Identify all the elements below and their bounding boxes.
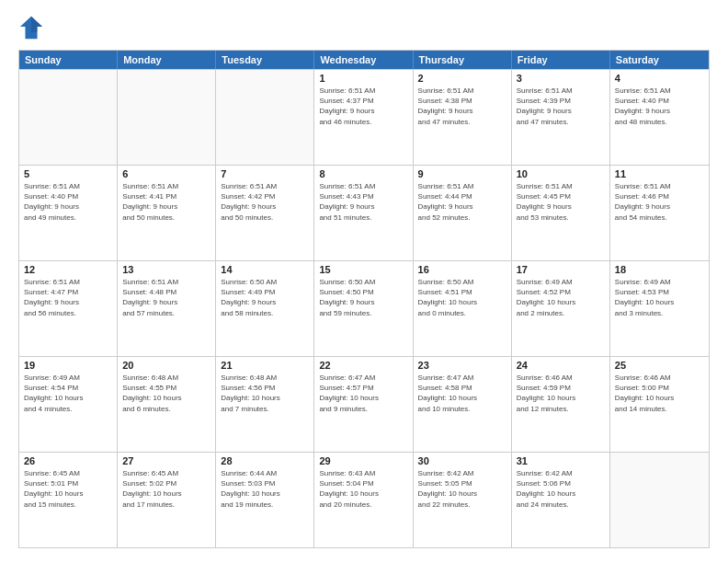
calendar-cell: [118, 70, 216, 165]
calendar-cell: 13Sunrise: 6:51 AM Sunset: 4:48 PM Dayli…: [118, 261, 216, 356]
day-info: Sunrise: 6:51 AM Sunset: 4:41 PM Dayligh…: [122, 181, 210, 223]
page: SundayMondayTuesdayWednesdayThursdayFrid…: [0, 0, 728, 563]
day-info: Sunrise: 6:49 AM Sunset: 4:52 PM Dayligh…: [517, 277, 605, 318]
day-info: Sunrise: 6:51 AM Sunset: 4:40 PM Dayligh…: [24, 181, 112, 223]
calendar-body: 1Sunrise: 6:51 AM Sunset: 4:37 PM Daylig…: [19, 69, 709, 547]
calendar-cell: 14Sunrise: 6:50 AM Sunset: 4:49 PM Dayli…: [216, 261, 314, 356]
day-info: Sunrise: 6:43 AM Sunset: 5:04 PM Dayligh…: [319, 468, 407, 510]
day-info: Sunrise: 6:47 AM Sunset: 4:57 PM Dayligh…: [319, 373, 407, 414]
calendar-cell: 16Sunrise: 6:50 AM Sunset: 4:51 PM Dayli…: [414, 261, 512, 356]
calendar-cell: 10Sunrise: 6:51 AM Sunset: 4:45 PM Dayli…: [512, 166, 610, 260]
day-number: 12: [24, 264, 112, 275]
calendar-row: 1Sunrise: 6:51 AM Sunset: 4:37 PM Daylig…: [19, 69, 709, 165]
calendar-cell: 31Sunrise: 6:42 AM Sunset: 5:06 PM Dayli…: [512, 453, 610, 547]
day-info: Sunrise: 6:51 AM Sunset: 4:38 PM Dayligh…: [418, 86, 506, 127]
calendar-row: 5Sunrise: 6:51 AM Sunset: 4:40 PM Daylig…: [19, 165, 709, 260]
calendar-cell: [19, 70, 118, 165]
calendar-row: 19Sunrise: 6:49 AM Sunset: 4:54 PM Dayli…: [19, 356, 709, 452]
calendar-cell: 30Sunrise: 6:42 AM Sunset: 5:05 PM Dayli…: [414, 453, 512, 547]
logo: [18, 15, 48, 40]
day-number: 7: [221, 168, 309, 179]
day-number: 10: [517, 168, 605, 179]
calendar-cell: 9Sunrise: 6:51 AM Sunset: 4:44 PM Daylig…: [414, 166, 512, 260]
day-info: Sunrise: 6:50 AM Sunset: 4:49 PM Dayligh…: [221, 277, 309, 318]
calendar-cell: 25Sunrise: 6:46 AM Sunset: 5:00 PM Dayli…: [610, 357, 709, 452]
weekday-header: Tuesday: [216, 51, 314, 69]
calendar-cell: 26Sunrise: 6:45 AM Sunset: 5:01 PM Dayli…: [19, 453, 118, 547]
calendar-cell: 21Sunrise: 6:48 AM Sunset: 4:56 PM Dayli…: [216, 357, 314, 452]
day-info: Sunrise: 6:51 AM Sunset: 4:47 PM Dayligh…: [24, 277, 112, 318]
calendar-cell: 11Sunrise: 6:51 AM Sunset: 4:46 PM Dayli…: [610, 166, 709, 260]
calendar-cell: 2Sunrise: 6:51 AM Sunset: 4:38 PM Daylig…: [414, 70, 512, 165]
weekday-header: Sunday: [19, 51, 118, 69]
day-number: 18: [615, 264, 704, 275]
calendar-cell: [610, 453, 709, 547]
day-number: 15: [319, 264, 407, 275]
calendar-cell: [216, 70, 314, 165]
calendar-cell: 29Sunrise: 6:43 AM Sunset: 5:04 PM Dayli…: [314, 453, 413, 547]
day-number: 3: [517, 73, 605, 84]
day-number: 28: [221, 455, 309, 466]
calendar-cell: 1Sunrise: 6:51 AM Sunset: 4:37 PM Daylig…: [314, 70, 413, 165]
day-info: Sunrise: 6:44 AM Sunset: 5:03 PM Dayligh…: [221, 468, 309, 510]
day-info: Sunrise: 6:42 AM Sunset: 5:06 PM Dayligh…: [517, 468, 605, 510]
day-info: Sunrise: 6:46 AM Sunset: 4:59 PM Dayligh…: [517, 373, 605, 414]
day-number: 19: [24, 360, 112, 371]
day-info: Sunrise: 6:49 AM Sunset: 4:53 PM Dayligh…: [615, 277, 704, 318]
day-number: 9: [418, 168, 506, 179]
weekday-header: Saturday: [610, 51, 709, 69]
day-info: Sunrise: 6:45 AM Sunset: 5:02 PM Dayligh…: [122, 468, 210, 510]
day-number: 23: [418, 360, 506, 371]
weekday-header: Wednesday: [314, 51, 413, 69]
calendar-cell: 28Sunrise: 6:44 AM Sunset: 5:03 PM Dayli…: [216, 453, 314, 547]
day-number: 8: [319, 168, 407, 179]
day-info: Sunrise: 6:46 AM Sunset: 5:00 PM Dayligh…: [615, 373, 704, 414]
svg-marker-1: [31, 17, 42, 32]
day-number: 17: [517, 264, 605, 275]
header: [18, 15, 710, 40]
day-number: 29: [319, 455, 407, 466]
day-info: Sunrise: 6:48 AM Sunset: 4:55 PM Dayligh…: [122, 373, 210, 414]
calendar-cell: 8Sunrise: 6:51 AM Sunset: 4:43 PM Daylig…: [314, 166, 413, 260]
calendar-cell: 12Sunrise: 6:51 AM Sunset: 4:47 PM Dayli…: [19, 261, 118, 356]
day-number: 2: [418, 73, 506, 84]
day-info: Sunrise: 6:50 AM Sunset: 4:51 PM Dayligh…: [418, 277, 506, 318]
day-number: 25: [615, 360, 704, 371]
calendar-cell: 17Sunrise: 6:49 AM Sunset: 4:52 PM Dayli…: [512, 261, 610, 356]
calendar-cell: 7Sunrise: 6:51 AM Sunset: 4:42 PM Daylig…: [216, 166, 314, 260]
calendar-cell: 22Sunrise: 6:47 AM Sunset: 4:57 PM Dayli…: [314, 357, 413, 452]
calendar-cell: 23Sunrise: 6:47 AM Sunset: 4:58 PM Dayli…: [414, 357, 512, 452]
day-number: 5: [24, 168, 112, 179]
day-number: 27: [122, 455, 210, 466]
calendar-header: SundayMondayTuesdayWednesdayThursdayFrid…: [19, 51, 709, 69]
calendar-cell: 27Sunrise: 6:45 AM Sunset: 5:02 PM Dayli…: [118, 453, 216, 547]
day-info: Sunrise: 6:51 AM Sunset: 4:37 PM Dayligh…: [319, 86, 407, 127]
calendar-row: 12Sunrise: 6:51 AM Sunset: 4:47 PM Dayli…: [19, 260, 709, 356]
day-number: 22: [319, 360, 407, 371]
weekday-header: Thursday: [414, 51, 512, 69]
calendar-cell: 15Sunrise: 6:50 AM Sunset: 4:50 PM Dayli…: [314, 261, 413, 356]
day-info: Sunrise: 6:50 AM Sunset: 4:50 PM Dayligh…: [319, 277, 407, 318]
day-info: Sunrise: 6:51 AM Sunset: 4:44 PM Dayligh…: [418, 181, 506, 223]
day-number: 1: [319, 73, 407, 84]
day-info: Sunrise: 6:47 AM Sunset: 4:58 PM Dayligh…: [418, 373, 506, 414]
calendar-row: 26Sunrise: 6:45 AM Sunset: 5:01 PM Dayli…: [19, 452, 709, 547]
day-number: 26: [24, 455, 112, 466]
day-number: 11: [615, 168, 704, 179]
day-info: Sunrise: 6:51 AM Sunset: 4:48 PM Dayligh…: [122, 277, 210, 318]
weekday-header: Friday: [512, 51, 610, 69]
day-info: Sunrise: 6:48 AM Sunset: 4:56 PM Dayligh…: [221, 373, 309, 414]
calendar: SundayMondayTuesdayWednesdayThursdayFrid…: [18, 50, 710, 548]
day-number: 21: [221, 360, 309, 371]
day-number: 6: [122, 168, 210, 179]
day-info: Sunrise: 6:51 AM Sunset: 4:43 PM Dayligh…: [319, 181, 407, 223]
day-info: Sunrise: 6:51 AM Sunset: 4:46 PM Dayligh…: [615, 181, 704, 223]
weekday-header: Monday: [118, 51, 216, 69]
day-number: 30: [418, 455, 506, 466]
day-number: 4: [615, 73, 704, 84]
day-info: Sunrise: 6:42 AM Sunset: 5:05 PM Dayligh…: [418, 468, 506, 510]
calendar-cell: 24Sunrise: 6:46 AM Sunset: 4:59 PM Dayli…: [512, 357, 610, 452]
day-info: Sunrise: 6:51 AM Sunset: 4:39 PM Dayligh…: [517, 86, 605, 127]
calendar-cell: 20Sunrise: 6:48 AM Sunset: 4:55 PM Dayli…: [118, 357, 216, 452]
calendar-cell: 5Sunrise: 6:51 AM Sunset: 4:40 PM Daylig…: [19, 166, 118, 260]
